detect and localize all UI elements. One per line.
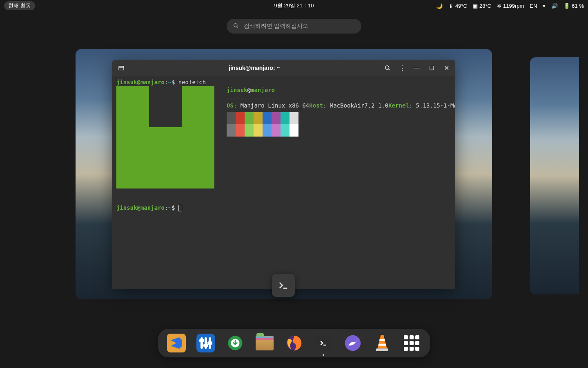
app-vlc[interactable]: [373, 334, 392, 352]
terminal-window[interactable]: jinsuk@manjaro: ~ ⋮ — □ ✕ jinsuk@manjaro…: [112, 60, 455, 289]
manjaro-logo: [116, 86, 214, 188]
top-bar: 현재 활동 9월 29일 21：10 🌙 🌡 49°C ▣ 28°C ✲ 119…: [0, 0, 588, 11]
app-files[interactable]: [255, 334, 274, 352]
show-apps-button[interactable]: [402, 334, 421, 352]
color-swatch: [281, 112, 290, 124]
activities-button[interactable]: 현재 활동: [4, 1, 35, 10]
svg-rect-2: [119, 66, 124, 70]
color-swatch: [254, 112, 263, 124]
dock: [158, 329, 430, 357]
color-swatch: [254, 124, 263, 137]
neofetch-output: jinsuk@manjaro---------------OS: Manjaro…: [227, 86, 455, 188]
neofetch-row: OS: Manjaro Linux x86_64: [227, 102, 309, 109]
gpu-temp: ▣ 28°C: [473, 3, 491, 9]
color-swatch: [272, 112, 281, 124]
svg-rect-12: [376, 348, 388, 351]
color-swatch: [245, 124, 254, 137]
fan-speed: ✲ 1199rpm: [497, 3, 524, 9]
color-swatch: [263, 124, 272, 137]
app-settings[interactable]: [196, 334, 215, 352]
terminal-menu-button[interactable]: ⋮: [396, 61, 409, 74]
cursor: [178, 205, 182, 211]
minimize-button[interactable]: —: [410, 61, 423, 74]
search-placeholder: 검색하려면 입력하십시오: [244, 22, 308, 30]
color-swatch: [227, 112, 236, 124]
app-vscode[interactable]: [167, 334, 186, 352]
terminal-titlebar[interactable]: jinsuk@manjaro: ~ ⋮ — □ ✕: [112, 60, 455, 76]
maximize-button[interactable]: □: [425, 61, 438, 74]
color-swatch: [290, 124, 298, 137]
neofetch-row: Kernel: 5.13.15-1-MANJARO: [388, 102, 455, 109]
terminal-title: jinsuk@manjaro: ~: [129, 65, 379, 71]
terminal-search-button[interactable]: [381, 61, 394, 74]
search-icon: [233, 23, 239, 30]
wifi-icon: ▾: [543, 3, 546, 9]
close-button[interactable]: ✕: [440, 61, 453, 74]
svg-rect-14: [379, 344, 386, 346]
color-swatch: [281, 124, 290, 137]
app-terminal[interactable]: [314, 334, 333, 352]
color-swatches-dark: [227, 112, 455, 124]
color-swatch: [263, 112, 272, 124]
workspace-preview-next[interactable]: [530, 57, 579, 294]
svg-line-1: [237, 26, 238, 27]
color-swatch: [236, 112, 245, 124]
keyboard-lang[interactable]: EN: [530, 3, 537, 9]
app-firefox[interactable]: [285, 334, 303, 352]
search-input[interactable]: 검색하려면 입력하십시오: [227, 19, 361, 34]
battery: 🔋 61 %: [564, 3, 584, 9]
status-area[interactable]: 🌙 🌡 49°C ▣ 28°C ✲ 1199rpm EN ▾ 🔊 🔋 61 %: [436, 3, 584, 9]
color-swatch: [290, 112, 298, 124]
svg-point-4: [385, 65, 389, 69]
new-tab-button[interactable]: [115, 61, 128, 74]
color-swatches-light: [227, 124, 455, 137]
app-downloads[interactable]: [226, 334, 245, 352]
cpu-temp: 🌡 49°C: [448, 3, 467, 9]
volume-icon: 🔊: [551, 3, 558, 9]
color-swatch: [227, 124, 236, 137]
app-konqueror[interactable]: [343, 334, 362, 352]
color-swatch: [272, 124, 281, 137]
neofetch-row: Host: MacBookAir7,2 1.0: [309, 102, 388, 109]
terminal-body[interactable]: jinsuk@manjaro:~$ neofetch jinsuk@manjar…: [112, 76, 455, 289]
svg-point-0: [234, 23, 237, 27]
svg-rect-13: [379, 339, 385, 341]
color-swatch: [236, 124, 245, 137]
svg-line-5: [388, 69, 390, 70]
night-light-icon: 🌙: [436, 3, 443, 9]
color-swatch: [245, 112, 254, 124]
clock[interactable]: 9월 29일 21：10: [274, 2, 314, 9]
window-app-icon[interactable]: [272, 274, 295, 297]
